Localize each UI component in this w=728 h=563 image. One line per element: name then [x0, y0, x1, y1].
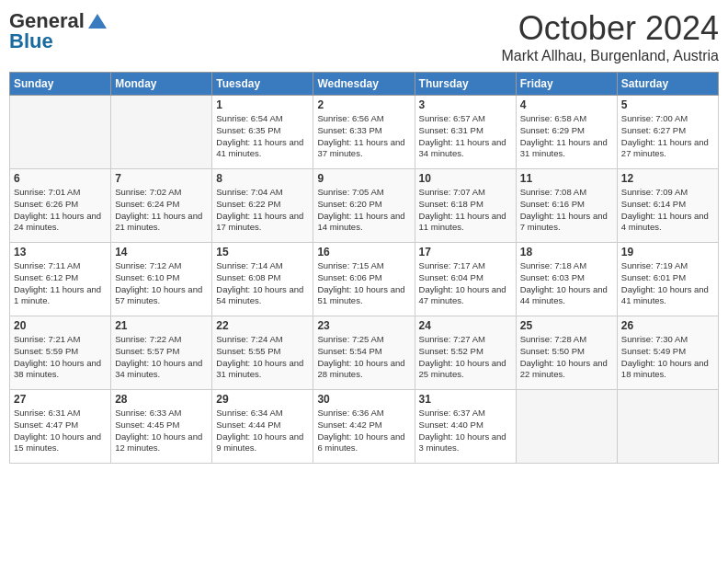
day-number: 25: [520, 319, 613, 332]
day-info: Sunrise: 7:18 AMSunset: 6:03 PMDaylight:…: [520, 260, 613, 307]
day-number: 31: [419, 393, 512, 406]
weekday-header: Wednesday: [313, 73, 415, 96]
calendar-cell: 26Sunrise: 7:30 AMSunset: 5:49 PMDayligh…: [617, 316, 718, 390]
day-info: Sunrise: 7:27 AMSunset: 5:52 PMDaylight:…: [419, 334, 512, 381]
calendar-cell: 20Sunrise: 7:21 AMSunset: 5:59 PMDayligh…: [10, 316, 111, 390]
day-info: Sunrise: 7:17 AMSunset: 6:04 PMDaylight:…: [419, 260, 512, 307]
day-number: 14: [115, 246, 208, 259]
calendar-cell: 1Sunrise: 6:54 AMSunset: 6:35 PMDaylight…: [212, 96, 313, 169]
calendar-cell: 13Sunrise: 7:11 AMSunset: 6:12 PMDayligh…: [10, 243, 111, 316]
day-number: 10: [419, 172, 512, 185]
day-info: Sunrise: 6:31 AMSunset: 4:47 PMDaylight:…: [14, 408, 107, 454]
day-info: Sunrise: 6:58 AMSunset: 6:29 PMDaylight:…: [520, 113, 613, 160]
title-block: October 2024 Markt Allhau, Burgenland, A…: [501, 9, 719, 64]
day-info: Sunrise: 7:01 AMSunset: 6:26 PMDaylight:…: [14, 187, 107, 234]
day-info: Sunrise: 7:05 AMSunset: 6:20 PMDaylight:…: [317, 187, 410, 234]
calendar-cell: 28Sunrise: 6:33 AMSunset: 4:45 PMDayligh…: [111, 390, 212, 464]
day-number: 7: [115, 172, 208, 185]
day-number: 23: [317, 319, 410, 332]
calendar-cell: 12Sunrise: 7:09 AMSunset: 6:14 PMDayligh…: [617, 169, 718, 243]
day-info: Sunrise: 7:28 AMSunset: 5:50 PMDaylight:…: [520, 334, 613, 381]
calendar-cell: 29Sunrise: 6:34 AMSunset: 4:44 PMDayligh…: [212, 390, 313, 464]
day-info: Sunrise: 7:15 AMSunset: 6:06 PMDaylight:…: [317, 260, 410, 307]
calendar-table: SundayMondayTuesdayWednesdayThursdayFrid…: [9, 72, 719, 464]
day-number: 22: [216, 319, 309, 332]
weekday-header: Sunday: [10, 73, 111, 96]
day-number: 26: [621, 319, 714, 332]
calendar-week-row: 6Sunrise: 7:01 AMSunset: 6:26 PMDaylight…: [10, 169, 719, 243]
day-info: Sunrise: 6:37 AMSunset: 4:40 PMDaylight:…: [419, 408, 512, 454]
day-info: Sunrise: 6:36 AMSunset: 4:42 PMDaylight:…: [317, 408, 410, 454]
day-number: 30: [317, 393, 410, 406]
calendar-cell: 2Sunrise: 6:56 AMSunset: 6:33 PMDaylight…: [313, 96, 415, 169]
month-title: October 2024: [501, 9, 719, 48]
calendar-week-row: 1Sunrise: 6:54 AMSunset: 6:35 PMDaylight…: [10, 96, 719, 169]
calendar-week-row: 27Sunrise: 6:31 AMSunset: 4:47 PMDayligh…: [10, 390, 719, 464]
day-number: 11: [520, 172, 613, 185]
day-number: 28: [115, 393, 208, 406]
logo: General Blue: [9, 9, 108, 53]
day-info: Sunrise: 7:07 AMSunset: 6:18 PMDaylight:…: [419, 187, 512, 234]
day-info: Sunrise: 7:11 AMSunset: 6:12 PMDaylight:…: [14, 260, 107, 307]
day-number: 12: [621, 172, 714, 185]
svg-marker-0: [88, 14, 107, 29]
day-info: Sunrise: 6:54 AMSunset: 6:35 PMDaylight:…: [216, 113, 309, 160]
weekday-header: Saturday: [617, 73, 718, 96]
weekday-header: Thursday: [415, 73, 516, 96]
day-number: 8: [216, 172, 309, 185]
day-info: Sunrise: 6:57 AMSunset: 6:31 PMDaylight:…: [419, 113, 512, 160]
page-header: General Blue October 2024 Markt Allhau, …: [9, 9, 719, 64]
day-info: Sunrise: 7:14 AMSunset: 6:08 PMDaylight:…: [216, 260, 309, 307]
calendar-cell: 3Sunrise: 6:57 AMSunset: 6:31 PMDaylight…: [415, 96, 516, 169]
day-info: Sunrise: 7:19 AMSunset: 6:01 PMDaylight:…: [621, 260, 714, 307]
weekday-header-row: SundayMondayTuesdayWednesdayThursdayFrid…: [10, 73, 719, 96]
day-number: 5: [621, 98, 714, 111]
calendar-cell: [10, 96, 111, 169]
day-number: 4: [520, 98, 613, 111]
day-number: 2: [317, 98, 410, 111]
day-info: Sunrise: 7:00 AMSunset: 6:27 PMDaylight:…: [621, 113, 714, 160]
calendar-cell: 30Sunrise: 6:36 AMSunset: 4:42 PMDayligh…: [313, 390, 415, 464]
calendar-cell: 18Sunrise: 7:18 AMSunset: 6:03 PMDayligh…: [516, 243, 617, 316]
day-number: 24: [419, 319, 512, 332]
logo-blue: Blue: [9, 29, 53, 53]
day-number: 18: [520, 246, 613, 259]
calendar-cell: 10Sunrise: 7:07 AMSunset: 6:18 PMDayligh…: [415, 169, 516, 243]
calendar-week-row: 20Sunrise: 7:21 AMSunset: 5:59 PMDayligh…: [10, 316, 719, 390]
calendar-cell: 5Sunrise: 7:00 AMSunset: 6:27 PMDaylight…: [617, 96, 718, 169]
day-info: Sunrise: 6:34 AMSunset: 4:44 PMDaylight:…: [216, 408, 309, 454]
day-number: 27: [14, 393, 107, 406]
weekday-header: Friday: [516, 73, 617, 96]
calendar-cell: 7Sunrise: 7:02 AMSunset: 6:24 PMDaylight…: [111, 169, 212, 243]
calendar-cell: [516, 390, 617, 464]
day-info: Sunrise: 7:30 AMSunset: 5:49 PMDaylight:…: [621, 334, 714, 381]
day-number: 20: [14, 319, 107, 332]
calendar-cell: 8Sunrise: 7:04 AMSunset: 6:22 PMDaylight…: [212, 169, 313, 243]
day-info: Sunrise: 7:12 AMSunset: 6:10 PMDaylight:…: [115, 260, 208, 307]
calendar-cell: 17Sunrise: 7:17 AMSunset: 6:04 PMDayligh…: [415, 243, 516, 316]
day-number: 13: [14, 246, 107, 259]
calendar-week-row: 13Sunrise: 7:11 AMSunset: 6:12 PMDayligh…: [10, 243, 719, 316]
day-number: 29: [216, 393, 309, 406]
day-number: 15: [216, 246, 309, 259]
location-subtitle: Markt Allhau, Burgenland, Austria: [501, 48, 719, 64]
calendar-cell: 6Sunrise: 7:01 AMSunset: 6:26 PMDaylight…: [10, 169, 111, 243]
day-number: 9: [317, 172, 410, 185]
day-info: Sunrise: 7:25 AMSunset: 5:54 PMDaylight:…: [317, 334, 410, 381]
day-info: Sunrise: 7:02 AMSunset: 6:24 PMDaylight:…: [115, 187, 208, 234]
day-number: 17: [419, 246, 512, 259]
calendar-cell: 19Sunrise: 7:19 AMSunset: 6:01 PMDayligh…: [617, 243, 718, 316]
weekday-header: Monday: [111, 73, 212, 96]
calendar-cell: 24Sunrise: 7:27 AMSunset: 5:52 PMDayligh…: [415, 316, 516, 390]
day-info: Sunrise: 7:24 AMSunset: 5:55 PMDaylight:…: [216, 334, 309, 381]
day-info: Sunrise: 7:21 AMSunset: 5:59 PMDaylight:…: [14, 334, 107, 381]
day-number: 19: [621, 246, 714, 259]
day-info: Sunrise: 7:09 AMSunset: 6:14 PMDaylight:…: [621, 187, 714, 234]
calendar-cell: 21Sunrise: 7:22 AMSunset: 5:57 PMDayligh…: [111, 316, 212, 390]
day-number: 3: [419, 98, 512, 111]
calendar-cell: 27Sunrise: 6:31 AMSunset: 4:47 PMDayligh…: [10, 390, 111, 464]
day-info: Sunrise: 6:33 AMSunset: 4:45 PMDaylight:…: [115, 408, 208, 454]
calendar-cell: 16Sunrise: 7:15 AMSunset: 6:06 PMDayligh…: [313, 243, 415, 316]
day-info: Sunrise: 7:22 AMSunset: 5:57 PMDaylight:…: [115, 334, 208, 381]
day-info: Sunrise: 6:56 AMSunset: 6:33 PMDaylight:…: [317, 113, 410, 160]
